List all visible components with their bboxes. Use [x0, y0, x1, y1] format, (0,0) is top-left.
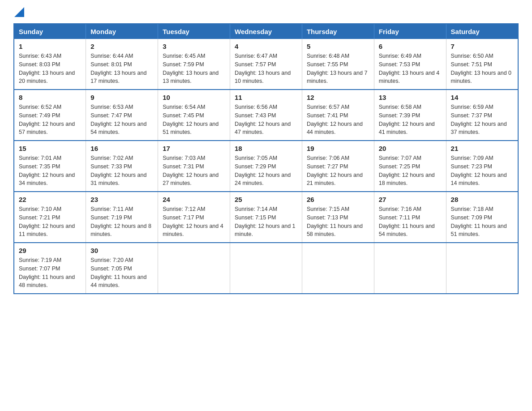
- week-row-4: 22 Sunrise: 7:10 AMSunset: 7:21 PMDaylig…: [14, 192, 518, 243]
- day-number: 27: [379, 196, 442, 203]
- calendar-cell: 24 Sunrise: 7:12 AMSunset: 7:17 PMDaylig…: [158, 192, 230, 243]
- day-number: 16: [90, 145, 153, 152]
- day-number: 12: [307, 94, 369, 101]
- calendar-cell: 21 Sunrise: 7:09 AMSunset: 7:23 PMDaylig…: [446, 141, 518, 192]
- day-number: 29: [19, 247, 81, 254]
- day-number: 15: [19, 145, 81, 152]
- day-number: 22: [19, 196, 81, 203]
- day-info: Sunrise: 7:07 AMSunset: 7:25 PMDaylight:…: [379, 154, 442, 188]
- day-number: 19: [307, 145, 369, 152]
- day-info: Sunrise: 7:02 AMSunset: 7:33 PMDaylight:…: [90, 154, 153, 188]
- calendar-cell: 10 Sunrise: 6:54 AMSunset: 7:45 PMDaylig…: [158, 90, 230, 141]
- calendar-cell: 26 Sunrise: 7:15 AMSunset: 7:13 PMDaylig…: [302, 192, 374, 243]
- logo: [13, 9, 24, 14]
- day-info: Sunrise: 6:47 AMSunset: 7:57 PMDaylight:…: [235, 52, 297, 86]
- week-row-3: 15 Sunrise: 7:01 AMSunset: 7:35 PMDaylig…: [14, 141, 518, 192]
- day-info: Sunrise: 6:44 AMSunset: 8:01 PMDaylight:…: [90, 52, 153, 86]
- day-number: 8: [19, 94, 81, 101]
- day-number: 1: [19, 43, 81, 50]
- calendar-cell: 4 Sunrise: 6:47 AMSunset: 7:57 PMDayligh…: [230, 39, 302, 90]
- svg-marker-0: [14, 7, 24, 17]
- day-info: Sunrise: 7:10 AMSunset: 7:21 PMDaylight:…: [19, 205, 81, 239]
- calendar-cell: 2 Sunrise: 6:44 AMSunset: 8:01 PMDayligh…: [86, 39, 158, 90]
- day-info: Sunrise: 7:14 AMSunset: 7:15 PMDaylight:…: [235, 205, 297, 239]
- calendar-cell: 16 Sunrise: 7:02 AMSunset: 7:33 PMDaylig…: [86, 141, 158, 192]
- day-info: Sunrise: 7:03 AMSunset: 7:31 PMDaylight:…: [163, 154, 225, 188]
- day-info: Sunrise: 6:49 AMSunset: 7:53 PMDaylight:…: [379, 52, 442, 86]
- calendar-cell: 11 Sunrise: 6:56 AMSunset: 7:43 PMDaylig…: [230, 90, 302, 141]
- calendar-cell: 8 Sunrise: 6:52 AMSunset: 7:49 PMDayligh…: [14, 90, 86, 141]
- day-number: 14: [451, 94, 513, 101]
- calendar-cell: 1 Sunrise: 6:43 AMSunset: 8:03 PMDayligh…: [14, 39, 86, 90]
- day-number: 21: [451, 145, 513, 152]
- calendar-cell: 12 Sunrise: 6:57 AMSunset: 7:41 PMDaylig…: [302, 90, 374, 141]
- day-info: Sunrise: 6:56 AMSunset: 7:43 PMDaylight:…: [235, 103, 297, 137]
- calendar-body: 1 Sunrise: 6:43 AMSunset: 8:03 PMDayligh…: [14, 39, 518, 294]
- calendar-cell: 14 Sunrise: 6:59 AMSunset: 7:37 PMDaylig…: [446, 90, 518, 141]
- calendar-cell: [230, 243, 302, 294]
- day-number: 30: [90, 247, 153, 254]
- day-info: Sunrise: 6:52 AMSunset: 7:49 PMDaylight:…: [19, 103, 81, 137]
- header-day-thursday: Thursday: [302, 24, 374, 39]
- calendar-cell: 27 Sunrise: 7:16 AMSunset: 7:11 PMDaylig…: [374, 192, 446, 243]
- day-number: 6: [379, 43, 442, 50]
- day-info: Sunrise: 7:15 AMSunset: 7:13 PMDaylight:…: [307, 205, 369, 239]
- calendar-cell: 23 Sunrise: 7:11 AMSunset: 7:19 PMDaylig…: [86, 192, 158, 243]
- day-number: 9: [90, 94, 153, 101]
- day-number: 13: [379, 94, 442, 101]
- header-row: SundayMondayTuesdayWednesdayThursdayFrid…: [14, 24, 518, 39]
- day-info: Sunrise: 6:48 AMSunset: 7:55 PMDaylight:…: [307, 52, 369, 86]
- day-info: Sunrise: 6:59 AMSunset: 7:37 PMDaylight:…: [451, 103, 513, 137]
- header-day-saturday: Saturday: [446, 24, 518, 39]
- week-row-5: 29 Sunrise: 7:19 AMSunset: 7:07 PMDaylig…: [14, 243, 518, 294]
- day-number: 5: [307, 43, 369, 50]
- day-info: Sunrise: 6:57 AMSunset: 7:41 PMDaylight:…: [307, 103, 369, 137]
- day-number: 18: [235, 145, 297, 152]
- day-info: Sunrise: 6:45 AMSunset: 7:59 PMDaylight:…: [163, 52, 225, 86]
- calendar-cell: [302, 243, 374, 294]
- day-number: 23: [90, 196, 153, 203]
- calendar-cell: [446, 243, 518, 294]
- day-number: 2: [90, 43, 153, 50]
- day-info: Sunrise: 7:18 AMSunset: 7:09 PMDaylight:…: [451, 205, 513, 239]
- calendar-cell: 28 Sunrise: 7:18 AMSunset: 7:09 PMDaylig…: [446, 192, 518, 243]
- header-day-sunday: Sunday: [14, 24, 86, 39]
- calendar-cell: 18 Sunrise: 7:05 AMSunset: 7:29 PMDaylig…: [230, 141, 302, 192]
- calendar-cell: 25 Sunrise: 7:14 AMSunset: 7:15 PMDaylig…: [230, 192, 302, 243]
- day-number: 17: [163, 145, 225, 152]
- header-day-friday: Friday: [374, 24, 446, 39]
- day-info: Sunrise: 6:50 AMSunset: 7:51 PMDaylight:…: [451, 52, 513, 86]
- day-info: Sunrise: 7:16 AMSunset: 7:11 PMDaylight:…: [379, 205, 442, 239]
- day-info: Sunrise: 6:54 AMSunset: 7:45 PMDaylight:…: [163, 103, 225, 137]
- calendar-table: SundayMondayTuesdayWednesdayThursdayFrid…: [13, 23, 519, 294]
- day-number: 28: [451, 196, 513, 203]
- day-info: Sunrise: 7:12 AMSunset: 7:17 PMDaylight:…: [163, 205, 225, 239]
- calendar-cell: 15 Sunrise: 7:01 AMSunset: 7:35 PMDaylig…: [14, 141, 86, 192]
- week-row-1: 1 Sunrise: 6:43 AMSunset: 8:03 PMDayligh…: [14, 39, 518, 90]
- header-day-monday: Monday: [86, 24, 158, 39]
- calendar-cell: 9 Sunrise: 6:53 AMSunset: 7:47 PMDayligh…: [86, 90, 158, 141]
- day-info: Sunrise: 7:01 AMSunset: 7:35 PMDaylight:…: [19, 154, 81, 188]
- day-info: Sunrise: 6:58 AMSunset: 7:39 PMDaylight:…: [379, 103, 442, 137]
- calendar-cell: 5 Sunrise: 6:48 AMSunset: 7:55 PMDayligh…: [302, 39, 374, 90]
- week-row-2: 8 Sunrise: 6:52 AMSunset: 7:49 PMDayligh…: [14, 90, 518, 141]
- calendar-cell: 3 Sunrise: 6:45 AMSunset: 7:59 PMDayligh…: [158, 39, 230, 90]
- day-number: 24: [163, 196, 225, 203]
- calendar-cell: 20 Sunrise: 7:07 AMSunset: 7:25 PMDaylig…: [374, 141, 446, 192]
- day-number: 20: [379, 145, 442, 152]
- day-info: Sunrise: 6:43 AMSunset: 8:03 PMDaylight:…: [19, 52, 81, 86]
- calendar-cell: 17 Sunrise: 7:03 AMSunset: 7:31 PMDaylig…: [158, 141, 230, 192]
- calendar-cell: [158, 243, 230, 294]
- day-info: Sunrise: 7:20 AMSunset: 7:05 PMDaylight:…: [90, 256, 153, 290]
- calendar-cell: 7 Sunrise: 6:50 AMSunset: 7:51 PMDayligh…: [446, 39, 518, 90]
- header-day-wednesday: Wednesday: [230, 24, 302, 39]
- day-number: 3: [163, 43, 225, 50]
- calendar-cell: 13 Sunrise: 6:58 AMSunset: 7:39 PMDaylig…: [374, 90, 446, 141]
- page-header: [13, 9, 519, 14]
- calendar-cell: 19 Sunrise: 7:06 AMSunset: 7:27 PMDaylig…: [302, 141, 374, 192]
- calendar-header: SundayMondayTuesdayWednesdayThursdayFrid…: [14, 24, 518, 39]
- day-info: Sunrise: 7:05 AMSunset: 7:29 PMDaylight:…: [235, 154, 297, 188]
- calendar-cell: 6 Sunrise: 6:49 AMSunset: 7:53 PMDayligh…: [374, 39, 446, 90]
- calendar-cell: [374, 243, 446, 294]
- day-number: 7: [451, 43, 513, 50]
